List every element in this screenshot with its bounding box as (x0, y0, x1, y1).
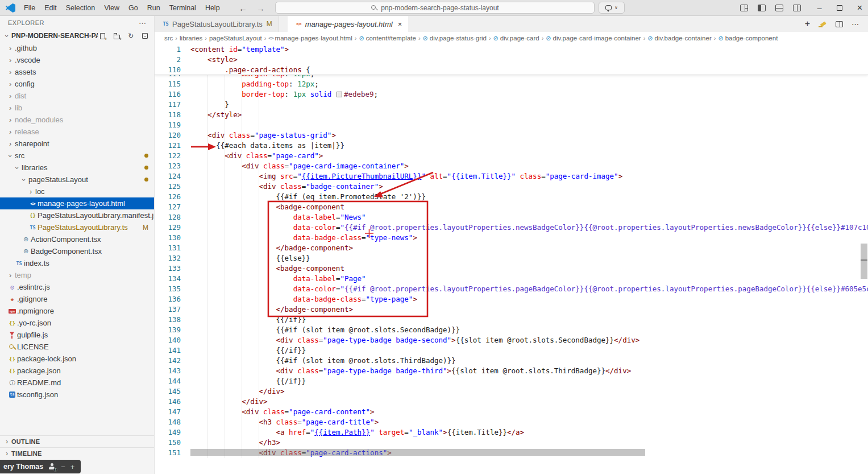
collapse-all-icon[interactable] (140, 31, 149, 40)
code-line-142[interactable]: 142 {{#if (slot item @root.slots.ThirdBa… (155, 356, 868, 366)
code-line-136[interactable]: 136 data-badge-class="type-page"> (155, 294, 868, 304)
tree-folder-src[interactable]: ›src (0, 150, 154, 162)
close-icon[interactable]: × (398, 20, 402, 28)
code-line-116[interactable]: 116 border-top: 1px solid #edebe9; (155, 89, 868, 100)
toggle-secondary-sidebar-icon[interactable] (793, 5, 801, 11)
tree-folder--github[interactable]: ›.github (0, 42, 154, 54)
maximize-button[interactable] (837, 5, 842, 11)
code-line-138[interactable]: 138 {{/if}} (155, 315, 868, 325)
copilot-button[interactable]: ∨ (599, 2, 625, 14)
code-line-139[interactable]: 139 {{#if (slot item @root.slots.SecondB… (155, 325, 868, 335)
breadcrumb-item-manage-pages-layout-html[interactable]: <>manage-pages-layout.html (268, 35, 352, 42)
code-line-2[interactable]: 2 <style> (155, 55, 868, 65)
code-line-141[interactable]: 141 {{/if}} (155, 345, 868, 356)
breadcrumb-item-div-page-status-grid[interactable]: ⊘div.page-status-grid (423, 35, 487, 42)
code-editor[interactable]: 114 margin-top: 12px;115 padding-top: 12… (155, 44, 868, 474)
tree-folder-loc[interactable]: ›loc (0, 186, 154, 197)
command-center-search[interactable]: pnp-modern-search-page-status-layout (275, 2, 595, 14)
tree-item-manage-pages-layout-html[interactable]: <>manage-pages-layout.html (0, 197, 154, 209)
code-line-1[interactable]: 1<content id="template"> (155, 44, 868, 55)
tree-folder-node-modules[interactable]: ›node_modules (0, 114, 154, 126)
menu-file[interactable]: File (19, 2, 40, 14)
tree-folder-sharepoint[interactable]: ›sharepoint (0, 138, 154, 150)
code-line-144[interactable]: 144 {{/if}} (155, 376, 868, 386)
code-line-149[interactable]: 149 <a href="{{item.Path}}" target="_bla… (155, 427, 868, 438)
code-line-125[interactable]: 125 <div class="badge-container"> (155, 182, 868, 192)
breadcrumb-item-libraries[interactable]: libraries (180, 35, 202, 42)
tree-item--eslintrc-js[interactable]: ◎.eslintrc.js (0, 281, 154, 293)
tree-item--yo-rc-json[interactable]: {}.yo-rc.json (0, 317, 154, 329)
breadcrumb-item-div-page-card-image-container[interactable]: ⊘div.page-card-image-container (546, 35, 641, 42)
code-line-137[interactable]: 137 </badge-component> (155, 304, 868, 315)
tree-item-actioncomponent-tsx[interactable]: ⊛ActionComponent.tsx (0, 233, 154, 245)
tree-item-badgecomponent-tsx[interactable]: ⊛BadgeComponent.tsx (0, 245, 154, 257)
tab-manage-pages-layout-html[interactable]: <>manage-pages-layout.html× (288, 16, 409, 32)
code-line-117[interactable]: 117 } (155, 100, 868, 110)
code-line-119[interactable]: 119 (155, 120, 868, 130)
breadcrumb-item-badge-component[interactable]: ⊘badge-component (718, 35, 778, 42)
code-line-147[interactable]: 147 <div class="page-card-content"> (155, 407, 868, 417)
code-line-134[interactable]: 134 data-label="Page" (155, 274, 868, 284)
tree-item-pagestatuslayoutlibrary-ts[interactable]: TSPageStatusLayoutLibrary.tsM (0, 221, 154, 233)
code-line-124[interactable]: 124 <img src="{{item.PictureThumbnailURL… (155, 171, 868, 182)
code-line-148[interactable]: 148 <h3 class="page-card-title"> (155, 417, 868, 427)
tree-item-gulpfile-js[interactable]: gulpfile.js (0, 329, 154, 341)
code-line-150[interactable]: 150 </h3> (155, 438, 868, 448)
tree-item-index-ts[interactable]: TSindex.ts (0, 257, 154, 269)
highlighter-icon[interactable] (819, 20, 827, 28)
tree-folder-pagestatuslayout[interactable]: ›pageStatusLayout (0, 174, 154, 186)
breadcrumb-item-pagestatuslayout[interactable]: pageStatusLayout (209, 35, 262, 42)
scrollbar-thumb[interactable] (861, 244, 867, 279)
code-line-146[interactable]: 146 </div> (155, 397, 868, 407)
tree-item-tsconfig-json[interactable]: tstsconfig.json (0, 389, 154, 401)
tab-pagestatuslayoutlibrary-ts[interactable]: TSPageStatusLayoutLibrary.tsM (155, 16, 279, 32)
code-line-129[interactable]: 129 data-color="{{#if @root.properties.l… (155, 222, 868, 233)
minimize-button[interactable]: – (817, 3, 822, 13)
tree-item-pagestatuslayoutlibrary-manifest-json[interactable]: {}PageStatusLayoutLibrary.manifest.json (0, 209, 154, 221)
tree-folder-assets[interactable]: ›assets (0, 66, 154, 78)
code-line-130[interactable]: 130 data-badge-class="type-news"> (155, 233, 868, 243)
code-line-133[interactable]: 133 <badge-component (155, 263, 868, 274)
code-line-122[interactable]: 122 <div class="page-card"> (155, 151, 868, 161)
tree-folder-config[interactable]: ›config (0, 78, 154, 90)
sticky-scroll[interactable]: 1<content id="template">2 <style>110 .pa… (155, 44, 868, 75)
horizontal-scrollbar[interactable] (190, 449, 645, 456)
menu-help[interactable]: Help (201, 2, 225, 14)
code-line-120[interactable]: 120 <div class="page-status-grid"> (155, 130, 868, 141)
tree-folder-temp[interactable]: ›temp (0, 269, 154, 281)
close-button[interactable]: × (857, 3, 862, 13)
menu-go[interactable]: Go (124, 2, 143, 14)
menu-terminal[interactable]: Terminal (165, 2, 201, 14)
tree-folder-release[interactable]: ›release (0, 126, 154, 138)
code-line-118[interactable]: 118 </style> (155, 110, 868, 120)
tree-folder-dist[interactable]: ›dist (0, 90, 154, 102)
tree-item--npmignore[interactable]: npm.npmignore (0, 305, 154, 317)
toggle-sidebar-icon[interactable] (758, 5, 766, 11)
overlay-minus-button[interactable]: − (61, 463, 65, 471)
code-line-128[interactable]: 128 data-label="News" (155, 212, 868, 222)
code-line-132[interactable]: 132 {{else}} (155, 253, 868, 263)
code-line-115[interactable]: 115 padding-top: 12px; (155, 79, 868, 89)
more-actions-icon[interactable]: ⋯ (852, 20, 859, 28)
new-file-icon[interactable] (98, 31, 107, 40)
section-timeline[interactable]: ›TIMELINE (0, 447, 154, 459)
tree-item-package-lock-json[interactable]: {}package-lock.json (0, 353, 154, 365)
code-line-145[interactable]: 145 </div> (155, 386, 868, 397)
forward-arrow-icon[interactable]: → (256, 3, 265, 13)
breadcrumb-item-content-template[interactable]: ⊘content#template (359, 35, 416, 42)
tree-item-readme-md[interactable]: ⓘREADME.md (0, 377, 154, 389)
code-line-140[interactable]: 140 <div class="page-type-badge badge-se… (155, 335, 868, 345)
tree-item-license[interactable]: LICENSE (0, 341, 154, 353)
code-line-126[interactable]: 126 {{#if (eq item.PromotedState '2')}} (155, 192, 868, 202)
new-tab-icon[interactable]: + (805, 19, 810, 29)
tree-folder-lib[interactable]: ›lib (0, 102, 154, 114)
code-line-121[interactable]: 121 {{#each data.items as |item|}} (155, 141, 868, 151)
split-editor-icon[interactable] (836, 21, 843, 27)
explorer-more-actions-icon[interactable]: ⋯ (139, 19, 146, 27)
menu-edit[interactable]: Edit (40, 2, 61, 14)
code-line-135[interactable]: 135 data-color="{{#if @root.properties.l… (155, 284, 868, 294)
back-arrow-icon[interactable]: ← (239, 3, 247, 13)
breadcrumb-item-src[interactable]: src (164, 35, 173, 42)
menu-selection[interactable]: Selection (61, 2, 99, 14)
section-outline[interactable]: ›OUTLINE (0, 435, 154, 447)
